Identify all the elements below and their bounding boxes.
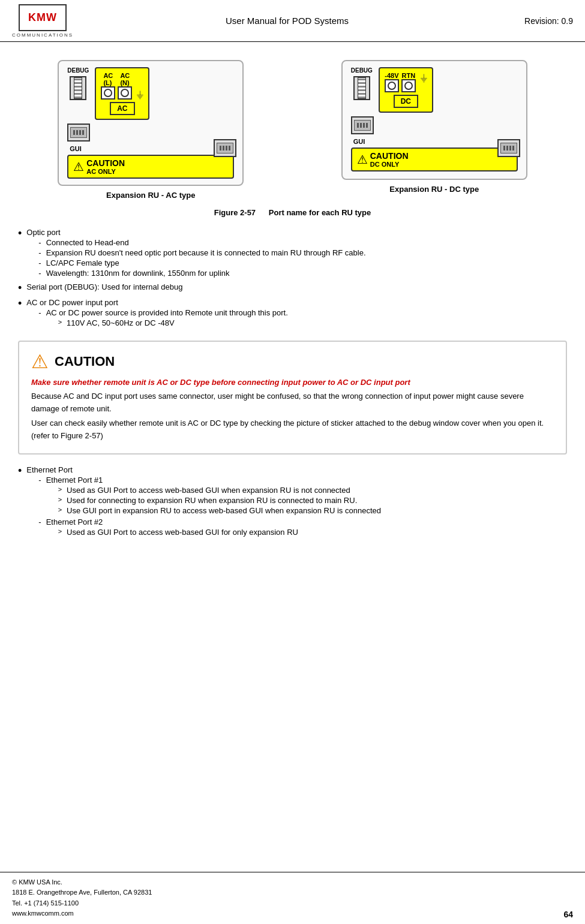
bullet-dot-3: • bbox=[18, 298, 22, 310]
ethernet-port2-item: - Ethernet Port #2 > Used as GUI Port to… bbox=[38, 517, 567, 538]
optic-sub-1-text: Connected to Head-end bbox=[46, 238, 129, 247]
dc-gui-port bbox=[351, 116, 374, 134]
bullet-ethernet-port: • Ethernet Port - Ethernet Port #1 > Use… bbox=[18, 465, 567, 539]
ac-l-group: AC(L) bbox=[101, 72, 115, 100]
ac-l-connector bbox=[101, 86, 115, 100]
ac-ext-pins bbox=[220, 146, 230, 151]
dash-2: - bbox=[38, 248, 41, 257]
dc-neg48v-label: -48V bbox=[385, 72, 398, 79]
optic-sub-2-text: Expansion RU doesn't need optic port bec… bbox=[46, 248, 366, 257]
ac-caution-sub: AC ONLY bbox=[86, 168, 125, 175]
eth1-subsub-2: > Used for connecting to expansion RU wh… bbox=[58, 496, 381, 505]
power-sub-list: - AC or DC power source is provided into… bbox=[38, 308, 567, 329]
logo-letters: KMW bbox=[28, 11, 57, 24]
ac-gui-col bbox=[67, 124, 90, 142]
dc-gui-pins bbox=[357, 123, 368, 128]
ac-gui-pins bbox=[73, 130, 84, 135]
ac-gui-pin4 bbox=[82, 130, 84, 135]
diagrams-row: DEBUG AC(L) AC(N) bbox=[18, 60, 567, 200]
bullet-optic-content: Optic port - Connected to Head-end - Exp… bbox=[26, 228, 567, 279]
ethernet-port2-subsub-list: > Used as GUI Port to access web-based G… bbox=[58, 528, 298, 537]
dc-caution-sub: DC ONLY bbox=[370, 161, 409, 168]
dc-diagram-label: Expansion RU - DC type bbox=[389, 185, 479, 194]
dc-caution-banner: ⚠ CAUTION DC ONLY bbox=[351, 148, 518, 171]
dc-debug-label: DEBUG bbox=[351, 67, 373, 74]
bullet-dot-2: • bbox=[18, 282, 22, 294]
ethernet-port1-subsub-list: > Used as GUI Port to access web-based G… bbox=[58, 486, 381, 515]
figure-caption: Figure 2-57 Port name for each RU type bbox=[18, 208, 567, 217]
dc-ext-pin2 bbox=[506, 146, 508, 151]
power-subsub-1: > 110V AC, 50~60Hz or DC -48V bbox=[58, 318, 288, 327]
ac-n-connector bbox=[118, 86, 132, 100]
eth1-subsub-2-text: Used for connecting to expansion RU when… bbox=[67, 496, 357, 505]
ethernet-sub-list: - Ethernet Port #1 > Used as GUI Port to… bbox=[38, 475, 567, 538]
bullet-power-port: • AC or DC power input port - AC or DC p… bbox=[18, 298, 567, 330]
ac-rj45-row bbox=[67, 124, 90, 142]
ac-gui-label: GUI bbox=[70, 145, 82, 152]
page-footer: © KMW USA Inc. 1818 E. Orangethrope Ave,… bbox=[0, 872, 585, 924]
bullet-dot-1: • bbox=[18, 228, 22, 240]
logo-subtext: COMMUNICATIONS bbox=[12, 32, 73, 38]
ac-l-label: AC(L) bbox=[103, 72, 113, 86]
dash-eth1: - bbox=[38, 475, 41, 484]
dash-1: - bbox=[38, 238, 41, 247]
dc-ext-rj45-inner bbox=[500, 143, 517, 154]
dc-gui-label: GUI bbox=[353, 138, 365, 145]
dc-ext-pins bbox=[503, 146, 514, 151]
page-number: 64 bbox=[563, 910, 573, 919]
caution-warning-icon: ⚠ bbox=[31, 350, 49, 373]
ac-gui-pin1 bbox=[73, 130, 75, 135]
bullet-optic-text: Optic port bbox=[26, 228, 60, 237]
ac-panel-row: DEBUG AC(L) AC(N) bbox=[67, 67, 234, 120]
caution-box: ⚠ CAUTION Make sure whether remote unit … bbox=[18, 341, 567, 455]
footer-tel: Tel. +1 (714) 515-1100 bbox=[12, 898, 152, 909]
dc-gui-pin2 bbox=[360, 123, 362, 128]
dc-gui-ext-row: GUI EXT bbox=[351, 138, 518, 145]
ac-diagram-wrapper: DEBUG AC(L) AC(N) bbox=[18, 60, 284, 200]
caution-body-2: User can check easily whether remote uni… bbox=[31, 417, 554, 443]
dc-gui-pin4 bbox=[366, 123, 368, 128]
ac-diagram-box: DEBUG AC(L) AC(N) bbox=[58, 60, 244, 186]
dc-gui-col bbox=[351, 116, 374, 134]
ac-diagram-label: Expansion RU - AC type bbox=[106, 191, 195, 200]
footer-website: www.kmwcomm.com bbox=[12, 908, 152, 919]
bullet-dot-4: • bbox=[18, 465, 22, 477]
ac-gui-rj45-inner bbox=[70, 127, 87, 138]
optic-sub-list: - Connected to Head-end - Expansion RU d… bbox=[38, 238, 567, 278]
chevron-eth2-1: > bbox=[58, 528, 62, 535]
bullet-ethernet-content: Ethernet Port - Ethernet Port #1 > Used … bbox=[26, 465, 567, 539]
ac-debug-stripe bbox=[74, 77, 82, 99]
footer-left: © KMW USA Inc. 1818 E. Orangethrope Ave,… bbox=[12, 877, 152, 919]
ac-debug-port bbox=[70, 76, 86, 100]
main-content: DEBUG AC(L) AC(N) bbox=[0, 42, 585, 555]
eth1-subsub-3-text: Use GUI port in expansion RU to access w… bbox=[67, 506, 381, 515]
ac-ext-port bbox=[214, 139, 236, 157]
ac-ext-pin3 bbox=[226, 146, 227, 151]
bullet-list-1: • Optic port - Connected to Head-end - E… bbox=[18, 228, 567, 330]
caution-box-header: ⚠ CAUTION bbox=[31, 350, 554, 373]
dc-diagram-box: DEBUG -48V RTN bbox=[341, 60, 527, 180]
eth1-subsub-3: > Use GUI port in expansion RU to access… bbox=[58, 506, 381, 515]
ac-n-group: AC(N) bbox=[118, 72, 132, 100]
ac-caution-text-group: CAUTION AC ONLY bbox=[86, 158, 125, 175]
dash-4: - bbox=[38, 269, 41, 278]
eth1-subsub-1: > Used as GUI Port to access web-based G… bbox=[58, 486, 381, 495]
optic-sub-4: - Wavelength: 1310nm for downlink, 1550n… bbox=[38, 269, 567, 278]
dc-badge: DC bbox=[394, 95, 418, 108]
dc-rtn-label: RTN bbox=[402, 72, 416, 79]
dc-neg48v-group: -48V bbox=[385, 72, 399, 92]
eth2-subsub-1-text: Used as GUI Port to access web-based GUI… bbox=[67, 528, 298, 537]
dash-3: - bbox=[38, 258, 41, 267]
bullet-power-text: AC or DC power input port bbox=[26, 298, 118, 307]
ac-caution-triangle-icon: ⚠ bbox=[73, 159, 84, 174]
bullet-serial-port: • Serial port (DEBUG): Used for internal… bbox=[18, 282, 567, 294]
power-sub-1-content: AC or DC power source is provided into R… bbox=[46, 308, 288, 329]
header-title: User Manual for POD Systems bbox=[73, 16, 501, 26]
dc-power-panel: -48V RTN ⏚ DC bbox=[379, 67, 433, 113]
dc-debug-col: DEBUG bbox=[351, 67, 373, 100]
power-subsub-list: > 110V AC, 50~60Hz or DC -48V bbox=[58, 318, 288, 327]
ac-gui-pin3 bbox=[79, 130, 81, 135]
chevron-eth1-1: > bbox=[58, 486, 62, 493]
ac-ext-pin1 bbox=[220, 146, 221, 151]
logo-box: KMW bbox=[19, 4, 67, 31]
